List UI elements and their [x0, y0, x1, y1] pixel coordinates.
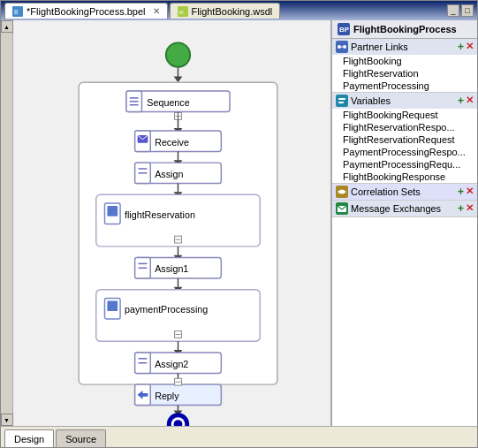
partner-links-label: Partner Links — [351, 42, 408, 52]
partner-links-add[interactable]: + — [458, 41, 464, 53]
payment-processing-label: paymentProcessing — [125, 304, 208, 315]
svg-rect-35 — [107, 300, 118, 311]
message-exchanges-icon — [336, 202, 348, 215]
main-window: B *FlightBookingProcess.bpel ✕ W FlightB… — [0, 0, 478, 448]
variable-item-0[interactable]: FlightBookingRequest — [332, 109, 477, 121]
svg-text:BP: BP — [339, 26, 350, 34]
tab-bpel-label: *FlightBookingProcess.bpel — [27, 6, 146, 17]
svg-rect-24 — [107, 206, 118, 216]
variables-header[interactable]: Variables + ✕ — [332, 93, 477, 109]
variables-icon — [336, 95, 348, 107]
partner-link-item-0[interactable]: FlightBooking — [332, 55, 477, 67]
receive-label: Receive — [155, 137, 189, 148]
svg-point-57 — [338, 45, 341, 49]
partner-link-item-1[interactable]: FlightReservation — [332, 67, 477, 80]
svg-text:B: B — [14, 9, 19, 15]
variable-item-1[interactable]: FlightReservationRespo... — [332, 121, 477, 133]
assign2-label: Assign2 — [155, 359, 188, 369]
title-bar: B *FlightBookingProcess.bpel ✕ W FlightB… — [1, 1, 477, 20]
bpel-diagram-svg: Sequence Receive — [13, 20, 331, 426]
svg-text:W: W — [178, 10, 184, 15]
assign1-label: Assign1 — [155, 263, 188, 274]
tab-bpel-close[interactable]: ✕ — [153, 6, 160, 16]
message-exchanges-header[interactable]: Message Exchanges + ✕ — [332, 201, 477, 216]
partner-links-remove[interactable]: ✕ — [466, 41, 474, 53]
partner-links-icon — [336, 41, 348, 53]
wsdl-icon: W — [178, 6, 188, 17]
partner-link-item-2[interactable]: PaymentProcessing — [332, 80, 477, 92]
bottom-tabs: Design Source — [1, 426, 477, 447]
tab-wsdl[interactable]: W FlightBooking.wsdl — [170, 3, 281, 19]
correlation-sets-icon — [336, 186, 348, 198]
variables-remove[interactable]: ✕ — [466, 95, 474, 107]
partner-links-header[interactable]: Partner Links + ✕ — [332, 39, 477, 55]
correlation-sets-section: Correlation Sets + ✕ — [332, 184, 477, 201]
partner-links-section: Partner Links + ✕ FlightBooking FlightRe… — [332, 39, 477, 93]
tab-design[interactable]: Design — [4, 429, 54, 447]
process-header: BP FlightBookingProcess — [332, 20, 477, 39]
assign-label: Assign — [155, 169, 183, 179]
variables-add[interactable]: + — [458, 95, 464, 107]
tab-source[interactable]: Source — [56, 429, 106, 447]
correlation-sets-remove[interactable]: ✕ — [466, 186, 474, 198]
maximize-button[interactable]: □ — [461, 4, 474, 17]
correlation-sets-add[interactable]: + — [458, 186, 464, 198]
variables-section: Variables + ✕ FlightBookingRequest Fligh… — [332, 93, 477, 184]
sequence-label: Sequence — [147, 97, 189, 108]
minimize-button[interactable]: _ — [447, 4, 459, 17]
svg-rect-61 — [338, 98, 345, 100]
svg-rect-60 — [336, 95, 348, 107]
svg-marker-5 — [174, 76, 183, 82]
tab-bpel[interactable]: B *FlightBookingProcess.bpel ✕ — [4, 3, 168, 19]
correlation-sets-header[interactable]: Correlation Sets + ✕ — [332, 184, 477, 200]
tab-wsdl-label: FlightBooking.wsdl — [192, 6, 273, 17]
variable-item-3[interactable]: PaymentProcessingRespo... — [332, 146, 477, 158]
variables-label: Variables — [351, 95, 391, 106]
scroll-up-button[interactable]: ▲ — [1, 20, 13, 33]
start-node — [166, 42, 190, 66]
window-controls: _ □ — [447, 4, 474, 17]
editor-tabs: B *FlightBookingProcess.bpel ✕ W FlightB… — [4, 3, 447, 19]
flight-reservation-label: flightReservation — [125, 209, 195, 220]
message-exchanges-label: Message Exchanges — [351, 203, 441, 214]
variable-item-2[interactable]: FlightReservationRequest — [332, 133, 477, 146]
svg-rect-62 — [338, 102, 344, 103]
bpel-canvas[interactable]: ▲ ▼ — [1, 20, 331, 426]
process-name: FlightBookingProcess — [353, 24, 457, 34]
variable-item-4[interactable]: PaymentProcessingRequ... — [332, 158, 477, 171]
message-exchanges-remove[interactable]: ✕ — [466, 202, 474, 215]
main-content: ▲ ▼ — [1, 20, 477, 426]
correlation-sets-label: Correlation Sets — [351, 186, 421, 197]
right-panel: BP FlightBookingProcess Partner Links — [331, 20, 477, 426]
bpel-icon: B — [12, 6, 23, 17]
scroll-down-button[interactable]: ▼ — [1, 414, 13, 426]
reply-label: Reply — [155, 391, 179, 401]
process-icon: BP — [338, 23, 350, 35]
message-exchanges-add[interactable]: + — [458, 202, 464, 215]
variable-item-5[interactable]: FlightBookingResponse — [332, 171, 477, 183]
svg-point-58 — [343, 45, 346, 49]
message-exchanges-section: Message Exchanges + ✕ — [332, 201, 477, 217]
